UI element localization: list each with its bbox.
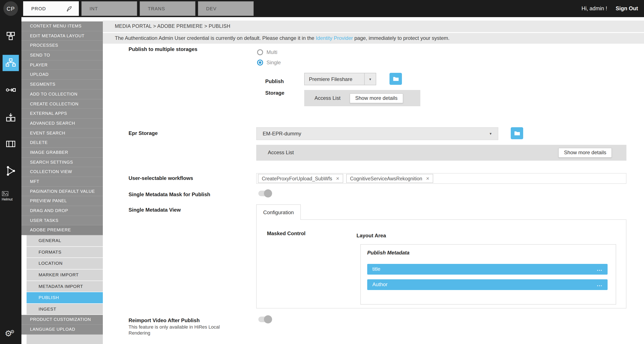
publish-metadata-group-title: Publish Metadata (367, 250, 410, 256)
submenu-item-ingest[interactable]: INGEST (26, 304, 103, 314)
submenu-item-publish[interactable]: PUBLISH (26, 292, 103, 303)
workflow-tree-icon[interactable] (4, 56, 17, 70)
process-flow-icon[interactable] (4, 84, 17, 96)
reimport-video-toggle[interactable] (258, 316, 271, 322)
access-list-label: Access List (268, 145, 294, 161)
sidebar-item-event-search[interactable]: EVENT SEARCH (22, 128, 103, 138)
quill-pen-icon (66, 6, 72, 12)
sidebar-item-context-menu-items[interactable]: CONTEXT MENU ITEMS (22, 22, 103, 31)
env-tab-dev[interactable]: DEV (198, 1, 254, 16)
identity-provider-link[interactable]: Identity Provider (316, 35, 353, 41)
metadata-field-title[interactable]: title ... (367, 264, 608, 274)
sidebar-partial-item (26, 334, 103, 344)
sidebar-item-image-grabber[interactable]: IMAGE GRABBER (22, 148, 103, 158)
env-tab-int-label: INT (90, 6, 98, 11)
sidebar-item-language-upload[interactable]: LANGUAGE UPLOAD (22, 325, 103, 334)
env-tab-prod[interactable]: PROD (23, 1, 79, 16)
epr-storage-browse-button[interactable] (511, 127, 523, 139)
user-greeting: Hi, admin ! (582, 6, 607, 12)
workflow-tag[interactable]: CognitiveServiceAwsRekognition × (346, 174, 433, 183)
publish-storage-browse-button[interactable] (390, 73, 402, 85)
workflow-tags-field[interactable]: CreateProxyForUpload_SubWfs × CognitiveS… (256, 173, 626, 184)
metadata-field-label: title (372, 266, 380, 272)
sidebar-item-product-customization[interactable]: PRODUCT CUSTOMIZATION (22, 315, 103, 325)
sidebar-item-external-apps[interactable]: EXTERNAL APPS (22, 109, 103, 118)
env-tab-int[interactable]: INT (82, 1, 137, 16)
show-more-details-button[interactable]: Show more details (558, 148, 612, 158)
submenu-item-location[interactable]: LOCATION (26, 258, 103, 269)
sidebar-item-upload[interactable]: UPLOAD (22, 70, 103, 80)
radio-single-icon[interactable] (257, 60, 263, 66)
field-options-icon[interactable]: ... (597, 279, 602, 290)
workflow-tag-label: CognitiveServiceAwsRekognition (350, 176, 422, 181)
collection-boxes-icon[interactable] (4, 111, 17, 124)
radio-multi-label: Multi (266, 49, 278, 55)
sidebar-item-edit-metadata-layout[interactable]: EDIT METADATA LAYOUT (22, 31, 103, 41)
adobe-premiere-submenu: GENERAL FORMATS LOCATION MARKER IMPORT M… (26, 235, 103, 314)
single-metadata-mask-toggle[interactable] (258, 191, 271, 196)
breadcrumb: MEDIA PORTAL > ADOBE PREMIERE > PUBLISH (103, 20, 644, 32)
folder-icon (514, 131, 520, 136)
sidebar-item-add-to-collection[interactable]: ADD TO COLLECTION (22, 90, 103, 99)
sign-out-link[interactable]: Sign Out (616, 6, 638, 12)
chevron-down-icon[interactable]: ▾ (483, 128, 498, 140)
single-metadata-view-label: Single Metadata View (128, 207, 181, 213)
show-more-details-button[interactable]: Show more details (350, 94, 403, 103)
sidebar-item-create-collection[interactable]: CREATE COLLECTION (22, 99, 103, 109)
reimport-video-label: Reimport Video After Publish (128, 318, 200, 324)
chevron-down-icon[interactable]: ▾ (364, 73, 376, 85)
submenu-item-marker-import[interactable]: MARKER IMPORT (26, 270, 103, 280)
workflow-tag[interactable]: CreateProxyForUpload_SubWfs × (258, 174, 343, 183)
sidebar-item-drag-and-drop[interactable]: DRAG AND DROP (22, 206, 103, 216)
metadata-field-label: Author (372, 282, 388, 288)
sidebar-item-preview-panel[interactable]: PREVIEW PANEL (22, 196, 103, 206)
helmut-broken-image: Helmut (2, 191, 20, 202)
sidebar-item-processes[interactable]: PROCESSES (22, 41, 103, 50)
media-frames-icon[interactable] (4, 138, 17, 150)
publish-storage-label: Publish Storage (265, 76, 293, 99)
layout-area-label: Layout Area (356, 232, 386, 238)
sidebar-item-send-to[interactable]: SEND TO (22, 50, 103, 60)
submenu-item-formats[interactable]: FORMATS (26, 246, 103, 258)
masked-control-label: Masked Control (267, 230, 306, 236)
epr-storage-label: Epr Storage (128, 130, 158, 136)
configuration-panel: Masked Control Layout Area Publish Metad… (256, 219, 626, 308)
sidebar-item-collection-view[interactable]: COLLECTION VIEW (22, 167, 103, 177)
sidebar-item-user-tasks[interactable]: USER TASKS (22, 216, 103, 226)
remove-tag-icon[interactable]: × (336, 175, 339, 182)
sidebar-item-pagination-default-value[interactable]: PAGINATION DEFAULT VALUE (22, 186, 103, 196)
top-bar: CP PROD INT TRANS DEV Hi, admin ! Sign O… (0, 0, 644, 17)
publish-storage-dropdown[interactable]: Premiere Fileshare ▾ (304, 73, 376, 85)
modules-icon[interactable] (4, 30, 17, 42)
tab-configuration[interactable]: Configuration (256, 204, 301, 220)
remove-tag-icon[interactable]: × (426, 175, 429, 182)
warning-text-before: The Authentication Admin User credential… (115, 35, 316, 41)
sidebar-item-delete[interactable]: DELETE (22, 138, 103, 148)
radio-multi-icon[interactable] (257, 49, 263, 55)
epr-storage-dropdown[interactable]: EM-EPR-dummy ▾ (256, 127, 498, 140)
broken-image-icon (2, 191, 8, 196)
access-list-label: Access List (314, 90, 340, 106)
publish-storage-value: Premiere Fileshare (305, 76, 364, 82)
app-logo[interactable]: CP (4, 1, 18, 16)
sidebar-item-search-settings[interactable]: SEARCH SETTINGS (22, 158, 103, 167)
radio-option-single[interactable]: Single (257, 60, 281, 66)
sidebar-item-mft[interactable]: MFT (22, 177, 103, 186)
sidebar-item-advanced-search[interactable]: ADVANCED SEARCH (22, 119, 103, 128)
sidebar-item-player[interactable]: PLAYER (22, 60, 103, 70)
layout-area-box: Publish Metadata title ... Author ... (360, 244, 616, 304)
env-tab-prod-label: PROD (31, 6, 46, 11)
radio-option-multi[interactable]: Multi (257, 49, 278, 55)
env-tab-trans-label: TRANS (148, 6, 165, 11)
submenu-item-general[interactable]: GENERAL (26, 235, 103, 246)
metadata-field-author[interactable]: Author ... (367, 279, 608, 290)
helmut-label: Helmut (2, 198, 20, 202)
sidebar-item-segments[interactable]: SEGMENTS (22, 80, 103, 89)
settings-gear-icon[interactable]: ⚙⚙ (5, 330, 16, 339)
workflow-tag-label: CreateProxyForUpload_SubWfs (262, 176, 332, 181)
field-options-icon[interactable]: ... (597, 264, 602, 274)
sidebar-item-adobe-premiere[interactable]: ADOBE PREMIERE (22, 226, 103, 235)
player-graph-icon[interactable] (4, 164, 17, 177)
submenu-item-metadata-import[interactable]: METADATA IMPORT (26, 281, 103, 292)
env-tab-trans[interactable]: TRANS (140, 1, 196, 16)
